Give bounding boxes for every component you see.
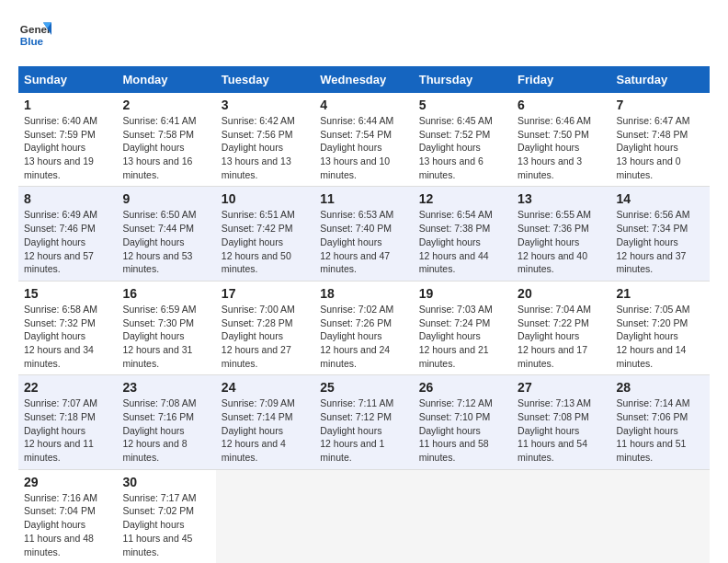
day-info: Sunrise: 6:53 AM Sunset: 7:40 PM Dayligh… (320, 208, 407, 275)
calendar-day-cell: 7 Sunrise: 6:47 AM Sunset: 7:48 PM Dayli… (611, 93, 710, 187)
calendar-day-cell: 6 Sunrise: 6:46 AM Sunset: 7:50 PM Dayli… (512, 93, 610, 187)
calendar-table: SundayMondayTuesdayWednesdayThursdayFrid… (18, 66, 710, 563)
day-number: 30 (122, 475, 210, 489)
day-number: 4 (320, 98, 407, 112)
calendar-day-cell (314, 469, 413, 563)
calendar-day-cell: 10 Sunrise: 6:51 AM Sunset: 7:42 PM Dayl… (216, 187, 314, 281)
calendar-day-cell: 15 Sunrise: 6:58 AM Sunset: 7:32 PM Dayl… (18, 281, 117, 374)
calendar-day-cell: 27 Sunrise: 7:13 AM Sunset: 7:08 PM Dayl… (512, 375, 610, 469)
day-info: Sunrise: 7:16 AM Sunset: 7:04 PM Dayligh… (24, 491, 111, 558)
calendar-day-cell: 5 Sunrise: 6:45 AM Sunset: 7:52 PM Dayli… (414, 93, 512, 187)
day-number: 16 (122, 286, 210, 301)
day-info: Sunrise: 7:17 AM Sunset: 7:02 PM Dayligh… (122, 491, 210, 558)
day-info: Sunrise: 6:49 AM Sunset: 7:46 PM Dayligh… (24, 208, 111, 275)
day-number: 9 (122, 191, 210, 206)
day-info: Sunrise: 6:56 AM Sunset: 7:34 PM Dayligh… (617, 208, 704, 275)
calendar-day-cell: 29 Sunrise: 7:16 AM Sunset: 7:04 PM Dayl… (18, 469, 117, 563)
day-number: 20 (518, 286, 605, 301)
calendar-day-cell: 2 Sunrise: 6:41 AM Sunset: 7:58 PM Dayli… (117, 93, 215, 187)
day-number: 6 (518, 98, 605, 112)
day-info: Sunrise: 6:41 AM Sunset: 7:58 PM Dayligh… (122, 114, 210, 181)
calendar-day-cell: 13 Sunrise: 6:55 AM Sunset: 7:36 PM Dayl… (512, 187, 610, 281)
day-number: 3 (222, 98, 309, 112)
weekday-header-thursday: Thursday (414, 66, 512, 93)
calendar-week-row: 8 Sunrise: 6:49 AM Sunset: 7:46 PM Dayli… (18, 187, 710, 281)
weekday-header-row: SundayMondayTuesdayWednesdayThursdayFrid… (18, 66, 710, 93)
calendar-day-cell: 9 Sunrise: 6:50 AM Sunset: 7:44 PM Dayli… (117, 187, 215, 281)
calendar-day-cell: 21 Sunrise: 7:05 AM Sunset: 7:20 PM Dayl… (611, 281, 710, 374)
day-number: 17 (222, 286, 309, 301)
weekday-header-tuesday: Tuesday (216, 66, 314, 93)
day-number: 13 (518, 191, 605, 206)
day-info: Sunrise: 7:05 AM Sunset: 7:20 PM Dayligh… (617, 303, 704, 370)
weekday-header-sunday: Sunday (18, 66, 117, 93)
calendar-day-cell: 25 Sunrise: 7:11 AM Sunset: 7:12 PM Dayl… (314, 375, 413, 469)
day-info: Sunrise: 7:08 AM Sunset: 7:16 PM Dayligh… (122, 396, 210, 464)
day-info: Sunrise: 7:03 AM Sunset: 7:24 PM Dayligh… (419, 303, 506, 370)
calendar-day-cell: 1 Sunrise: 6:40 AM Sunset: 7:59 PM Dayli… (18, 93, 117, 187)
calendar-day-cell: 14 Sunrise: 6:56 AM Sunset: 7:34 PM Dayl… (611, 187, 710, 281)
logo-icon: General Blue (18, 18, 51, 52)
day-number: 26 (419, 380, 506, 395)
day-info: Sunrise: 7:11 AM Sunset: 7:12 PM Dayligh… (320, 396, 407, 464)
day-number: 15 (24, 286, 111, 301)
weekday-header-wednesday: Wednesday (314, 66, 413, 93)
calendar-day-cell: 12 Sunrise: 6:54 AM Sunset: 7:38 PM Dayl… (414, 187, 512, 281)
day-info: Sunrise: 6:59 AM Sunset: 7:30 PM Dayligh… (122, 303, 210, 370)
svg-text:Blue: Blue (20, 35, 44, 47)
calendar-day-cell: 23 Sunrise: 7:08 AM Sunset: 7:16 PM Dayl… (117, 375, 215, 469)
calendar-day-cell: 17 Sunrise: 7:00 AM Sunset: 7:28 PM Dayl… (216, 281, 314, 374)
day-number: 24 (222, 380, 309, 395)
day-number: 22 (24, 380, 111, 395)
day-info: Sunrise: 7:07 AM Sunset: 7:18 PM Dayligh… (24, 396, 111, 464)
day-number: 1 (24, 98, 111, 112)
calendar-day-cell (512, 469, 610, 563)
day-number: 29 (24, 475, 111, 489)
calendar-week-row: 29 Sunrise: 7:16 AM Sunset: 7:04 PM Dayl… (18, 469, 710, 563)
calendar-day-cell: 8 Sunrise: 6:49 AM Sunset: 7:46 PM Dayli… (18, 187, 117, 281)
calendar-day-cell: 26 Sunrise: 7:12 AM Sunset: 7:10 PM Dayl… (414, 375, 512, 469)
calendar-day-cell: 19 Sunrise: 7:03 AM Sunset: 7:24 PM Dayl… (414, 281, 512, 374)
calendar-day-cell (611, 469, 710, 563)
day-info: Sunrise: 7:09 AM Sunset: 7:14 PM Dayligh… (222, 396, 309, 464)
day-info: Sunrise: 6:54 AM Sunset: 7:38 PM Dayligh… (419, 208, 506, 275)
day-number: 12 (419, 191, 506, 206)
day-number: 25 (320, 380, 407, 395)
calendar-day-cell (216, 469, 314, 563)
day-info: Sunrise: 7:14 AM Sunset: 7:06 PM Dayligh… (617, 396, 704, 464)
day-number: 19 (419, 286, 506, 301)
day-number: 8 (24, 191, 111, 206)
calendar-day-cell: 20 Sunrise: 7:04 AM Sunset: 7:22 PM Dayl… (512, 281, 610, 374)
day-info: Sunrise: 6:47 AM Sunset: 7:48 PM Dayligh… (617, 114, 704, 181)
weekday-header-monday: Monday (117, 66, 215, 93)
calendar-day-cell: 28 Sunrise: 7:14 AM Sunset: 7:06 PM Dayl… (611, 375, 710, 469)
header: General Blue (18, 18, 710, 52)
weekday-header-friday: Friday (512, 66, 610, 93)
calendar-day-cell: 16 Sunrise: 6:59 AM Sunset: 7:30 PM Dayl… (117, 281, 215, 374)
calendar-day-cell: 3 Sunrise: 6:42 AM Sunset: 7:56 PM Dayli… (216, 93, 314, 187)
day-info: Sunrise: 6:45 AM Sunset: 7:52 PM Dayligh… (419, 114, 506, 181)
day-number: 23 (122, 380, 210, 395)
calendar-day-cell: 4 Sunrise: 6:44 AM Sunset: 7:54 PM Dayli… (314, 93, 413, 187)
day-info: Sunrise: 7:12 AM Sunset: 7:10 PM Dayligh… (419, 396, 506, 464)
day-number: 14 (617, 191, 704, 206)
day-number: 28 (617, 380, 704, 395)
day-info: Sunrise: 6:58 AM Sunset: 7:32 PM Dayligh… (24, 303, 111, 370)
day-info: Sunrise: 7:04 AM Sunset: 7:22 PM Dayligh… (518, 303, 605, 370)
calendar-day-cell: 18 Sunrise: 7:02 AM Sunset: 7:26 PM Dayl… (314, 281, 413, 374)
calendar-day-cell: 11 Sunrise: 6:53 AM Sunset: 7:40 PM Dayl… (314, 187, 413, 281)
calendar-day-cell: 30 Sunrise: 7:17 AM Sunset: 7:02 PM Dayl… (117, 469, 215, 563)
day-info: Sunrise: 7:02 AM Sunset: 7:26 PM Dayligh… (320, 303, 407, 370)
day-number: 7 (617, 98, 704, 112)
day-info: Sunrise: 6:46 AM Sunset: 7:50 PM Dayligh… (518, 114, 605, 181)
day-number: 18 (320, 286, 407, 301)
day-info: Sunrise: 6:42 AM Sunset: 7:56 PM Dayligh… (222, 114, 309, 181)
day-number: 10 (222, 191, 309, 206)
day-info: Sunrise: 6:44 AM Sunset: 7:54 PM Dayligh… (320, 114, 407, 181)
calendar-week-row: 15 Sunrise: 6:58 AM Sunset: 7:32 PM Dayl… (18, 281, 710, 374)
day-info: Sunrise: 6:50 AM Sunset: 7:44 PM Dayligh… (122, 208, 210, 275)
day-number: 21 (617, 286, 704, 301)
day-number: 2 (122, 98, 210, 112)
logo: General Blue (18, 18, 51, 52)
calendar-week-row: 1 Sunrise: 6:40 AM Sunset: 7:59 PM Dayli… (18, 93, 710, 187)
